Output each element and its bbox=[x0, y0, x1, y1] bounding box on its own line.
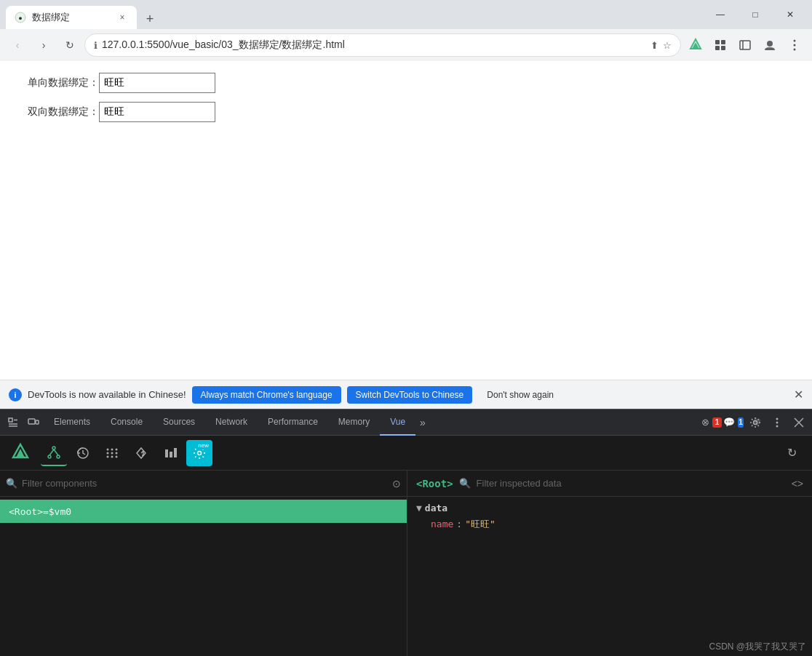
share-icon[interactable]: ⬆ bbox=[650, 40, 658, 51]
tab-favicon: ● bbox=[15, 12, 26, 23]
tab-elements[interactable]: Elements bbox=[44, 409, 100, 436]
minimize-button[interactable]: — bbox=[704, 3, 736, 26]
component-tree-button[interactable] bbox=[41, 440, 67, 466]
close-devtools-button[interactable] bbox=[789, 412, 809, 433]
expand-data-icon[interactable]: <> bbox=[792, 478, 803, 489]
svg-line-32 bbox=[54, 449, 58, 455]
always-match-language-button[interactable]: Always match Chrome's language bbox=[192, 386, 341, 404]
history-button[interactable] bbox=[70, 440, 96, 466]
root-eq: = bbox=[43, 506, 49, 517]
svg-point-36 bbox=[107, 455, 109, 457]
vuex-button[interactable] bbox=[99, 440, 125, 466]
one-way-input[interactable] bbox=[99, 73, 215, 93]
nav-right-icons bbox=[684, 33, 806, 57]
profile-icon[interactable] bbox=[758, 33, 781, 57]
close-button[interactable]: ✕ bbox=[774, 3, 806, 26]
refresh-button[interactable]: ↻ bbox=[58, 33, 81, 57]
section-name: data bbox=[425, 503, 447, 513]
svg-point-37 bbox=[111, 448, 114, 450]
menu-icon[interactable] bbox=[783, 33, 806, 57]
svg-rect-46 bbox=[174, 448, 177, 457]
dont-show-again-button[interactable]: Don't show again bbox=[478, 386, 562, 404]
device-toggle-button[interactable] bbox=[23, 412, 44, 433]
svg-point-42 bbox=[116, 455, 118, 457]
new-badge: new bbox=[196, 441, 211, 449]
sidebar-icon[interactable] bbox=[733, 33, 757, 57]
settings-button[interactable] bbox=[745, 412, 765, 433]
section-arrow: ▼ bbox=[416, 503, 422, 513]
two-way-input[interactable] bbox=[99, 102, 215, 122]
address-bar[interactable]: ℹ 127.0.0.1:5500/vue_basic/03_数据绑定/数据绑定.… bbox=[84, 33, 681, 57]
svg-point-29 bbox=[48, 455, 51, 458]
data-filter-input[interactable] bbox=[477, 478, 786, 489]
back-button[interactable]: ‹ bbox=[6, 33, 29, 57]
component-filter-input[interactable] bbox=[22, 478, 388, 489]
svg-line-31 bbox=[49, 449, 54, 455]
tab-memory[interactable]: Memory bbox=[328, 409, 380, 436]
banner-message: DevTools is now available in Chinese! bbox=[28, 389, 186, 400]
inspect-element-button[interactable] bbox=[3, 412, 23, 433]
prop-key: name bbox=[431, 519, 453, 529]
svg-rect-19 bbox=[36, 420, 39, 424]
prop-value: 旺旺 bbox=[465, 518, 495, 531]
tab-performance[interactable]: Performance bbox=[258, 409, 328, 436]
inspected-data-panel: <Root> 🔍 <> ▼ data name bbox=[407, 471, 812, 656]
tab-network[interactable]: Network bbox=[205, 409, 258, 436]
active-tab[interactable]: ● 数据绑定 × bbox=[6, 6, 137, 29]
svg-point-47 bbox=[198, 451, 202, 455]
tab-close-button[interactable]: × bbox=[116, 12, 128, 23]
forward-button[interactable]: › bbox=[32, 33, 55, 57]
more-options-button[interactable] bbox=[767, 412, 787, 433]
bookmark-icon[interactable]: ☆ bbox=[663, 40, 672, 51]
extensions-icon[interactable] bbox=[709, 33, 732, 57]
svg-point-39 bbox=[111, 455, 114, 457]
devtools-topbar: Elements Console Sources Network Perform… bbox=[0, 409, 812, 436]
svg-text:●: ● bbox=[18, 15, 22, 22]
filter-options-icon[interactable]: ⊙ bbox=[392, 478, 401, 489]
message-badge-button[interactable]: 💬 1 bbox=[723, 412, 744, 433]
maximize-button[interactable]: □ bbox=[739, 3, 771, 26]
performance-button[interactable] bbox=[157, 440, 183, 466]
tab-sources[interactable]: Sources bbox=[153, 409, 205, 436]
svg-rect-4 bbox=[715, 40, 720, 44]
component-filter-bar: 🔍 ⊙ bbox=[0, 471, 407, 497]
svg-point-28 bbox=[52, 447, 55, 449]
svg-point-41 bbox=[116, 452, 118, 454]
router-button[interactable] bbox=[128, 440, 154, 466]
data-panel: ▼ data name : 旺旺 bbox=[407, 497, 812, 656]
svg-point-34 bbox=[107, 448, 109, 450]
component-tree: <Root> = $vm0 bbox=[0, 497, 407, 656]
banner-close-button[interactable]: ✕ bbox=[794, 388, 803, 401]
root-tree-item[interactable]: <Root> = $vm0 bbox=[0, 500, 407, 523]
svg-point-21 bbox=[776, 417, 779, 420]
csdn-watermark: CSDN @我哭了我又哭了 bbox=[709, 641, 806, 653]
new-tab-button[interactable]: + bbox=[140, 9, 160, 29]
svg-point-11 bbox=[794, 40, 796, 42]
svg-point-38 bbox=[111, 452, 114, 454]
switch-to-chinese-button[interactable]: Switch DevTools to Chinese bbox=[347, 386, 473, 404]
data-filter-icon: 🔍 bbox=[459, 478, 471, 489]
vue-settings-button[interactable]: new bbox=[186, 440, 212, 466]
vue-extension-icon[interactable] bbox=[684, 33, 707, 57]
data-section-header[interactable]: ▼ data bbox=[416, 503, 803, 513]
svg-rect-8 bbox=[740, 41, 750, 49]
svg-point-13 bbox=[794, 49, 796, 51]
info-icon: i bbox=[9, 388, 22, 401]
svg-point-23 bbox=[776, 425, 779, 427]
inspected-root-label: <Root> bbox=[416, 478, 453, 489]
message-count-badge: 1 bbox=[738, 417, 744, 428]
svg-point-35 bbox=[107, 452, 109, 454]
two-way-binding-row: 双向数据绑定： bbox=[12, 102, 800, 122]
error-badge-button[interactable]: ⊗ 1 bbox=[701, 412, 722, 433]
tab-console[interactable]: Console bbox=[100, 409, 153, 436]
devtools-banner: i DevTools is now available in Chinese! … bbox=[0, 380, 812, 409]
svg-rect-45 bbox=[170, 452, 172, 457]
vue-content: 🔍 ⊙ <Root> = $vm0 <R bbox=[0, 471, 812, 656]
devtools-right-icons: ⊗ 1 💬 1 bbox=[701, 412, 809, 433]
vue-refresh-button[interactable]: ↻ bbox=[780, 441, 803, 465]
title-bar: ● 数据绑定 × + — □ ✕ bbox=[0, 0, 812, 29]
more-tabs-button[interactable]: » bbox=[415, 417, 430, 428]
page-content: 单向数据绑定： 双向数据绑定： bbox=[0, 61, 812, 380]
data-section: ▼ data name : 旺旺 bbox=[416, 503, 803, 532]
tab-vue[interactable]: Vue bbox=[380, 409, 415, 436]
